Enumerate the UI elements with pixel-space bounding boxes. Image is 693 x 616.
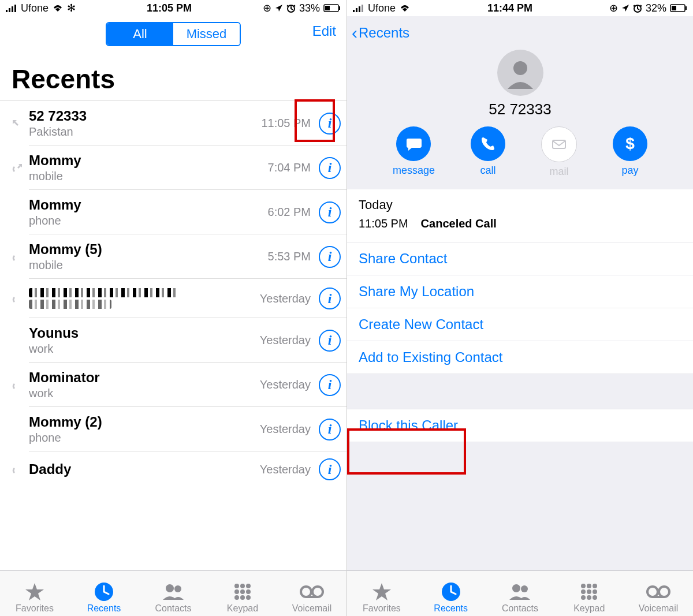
segment-missed[interactable]: Missed [173,23,240,45]
action-pay[interactable]: $ pay [613,126,647,178]
contacts-icon [162,581,185,602]
nav-bar: ‹ Recents [347,16,693,44]
action-label: call [480,165,496,177]
svg-point-42 [581,595,586,600]
tab-favorites[interactable]: Favorites [6,581,64,614]
contact-name: 52 72333 [347,100,693,118]
tab-voicemail[interactable]: Voicemail [283,581,341,614]
svg-rect-3 [14,5,16,12]
create-new-contact-button[interactable]: Create New Contact [347,308,693,341]
voicemail-icon [646,581,671,602]
row-subtitle: work [29,342,260,356]
recents-list[interactable]: 52 72333 Pakistan 11:05 PM i Mommy mobil… [0,100,346,570]
row-time: 6:02 PM [268,206,311,219]
svg-point-34 [512,584,520,592]
tab-voicemail[interactable]: Voicemail [629,581,687,614]
row-name: Mommy [29,152,268,169]
row-name: Mommy (2) [29,414,260,430]
tab-label: Voicemail [292,603,331,614]
svg-point-37 [587,584,591,588]
info-button[interactable]: i [319,157,341,179]
status-battery-percent: 33% [299,2,320,14]
tab-recents[interactable]: Recents [75,581,133,614]
alarm-icon [286,3,296,13]
action-call[interactable]: call [471,126,505,178]
block-caller-button[interactable]: Block this Caller [347,409,693,442]
outgoing-call-icon [10,293,23,306]
edit-button[interactable]: Edit [312,23,336,39]
phone-icon [479,135,497,152]
share-location-button[interactable]: Share My Location [347,275,693,308]
svg-rect-32 [553,140,565,148]
svg-rect-23 [353,10,355,12]
svg-point-13 [246,584,251,588]
info-button[interactable]: i [319,374,341,396]
status-carrier: Ufone [368,2,396,14]
info-button[interactable]: i [319,246,341,268]
orientation-lock-icon: ⊕ [609,2,618,14]
action-message[interactable]: message [393,126,435,178]
svg-point-31 [513,61,527,75]
recents-row[interactable]: Younus work Yesterday i [0,318,346,363]
info-button[interactable]: i [319,330,341,352]
row-subtitle: work [29,387,260,400]
info-button[interactable]: i [319,201,341,223]
tab-label: Favorites [363,603,401,614]
tab-favorites[interactable]: Favorites [353,581,411,614]
page-title: Recents [0,52,346,100]
avatar [497,50,543,96]
recents-row[interactable]: Mominator work Yesterday i [0,363,346,407]
tab-contacts[interactable]: Contacts [491,581,549,614]
cellular-bars-icon [353,4,364,12]
tab-keypad[interactable]: Keypad [560,581,618,614]
share-contact-button[interactable]: Share Contact [347,242,693,275]
svg-point-35 [521,585,528,592]
svg-point-17 [234,595,239,600]
action-label: pay [622,165,639,177]
svg-point-21 [312,587,323,597]
chevron-left-icon: ‹ [352,24,357,42]
row-time: 5:53 PM [268,250,311,263]
row-subtitle: Pakistan [29,125,261,139]
recents-row[interactable]: Yesterday i [0,279,346,318]
back-button[interactable]: ‹ Recents [352,24,409,42]
info-button[interactable]: i [319,113,341,135]
svg-point-19 [246,595,251,600]
recents-row[interactable]: 52 72333 Pakistan 11:05 PM i [0,100,346,145]
svg-point-46 [659,587,669,597]
mail-icon [550,136,568,153]
recents-row[interactable]: Mommy mobile 7:04 PM i [0,145,346,190]
row-name-redacted [29,286,179,311]
location-arrow-icon [621,4,629,12]
tab-keypad[interactable]: Keypad [214,581,271,614]
svg-rect-0 [6,10,8,12]
clock-icon [441,581,461,602]
keypad-icon [579,581,599,602]
svg-point-40 [587,589,591,594]
tab-label: Contacts [155,603,191,614]
star-icon [371,581,392,602]
recents-row[interactable]: Mommy (5) mobile 5:53 PM i [0,234,346,279]
svg-rect-25 [359,6,360,12]
row-subtitle: mobile [29,170,268,183]
recents-row[interactable]: Mommy phone 6:02 PM i [0,190,346,234]
action-mail: mail [541,126,577,178]
alarm-icon [633,3,642,13]
outgoing-call-icon [10,118,24,132]
recents-row[interactable]: Daddy Yesterday i [0,451,346,480]
svg-point-44 [593,595,597,600]
svg-point-20 [301,587,311,597]
info-button[interactable]: i [319,458,341,480]
tab-contacts[interactable]: Contacts [144,581,202,614]
add-existing-contact-button[interactable]: Add to Existing Contact [347,341,693,374]
dollar-icon: $ [625,135,635,153]
svg-point-12 [240,584,245,588]
segmented-control[interactable]: All Missed [106,22,241,46]
segment-all[interactable]: All [107,23,173,45]
info-button[interactable]: i [319,419,341,440]
svg-rect-26 [362,5,363,12]
tab-recents[interactable]: Recents [422,581,480,614]
loading-spinner-icon: ✻ [67,2,76,14]
info-button[interactable]: i [319,288,341,309]
recents-row[interactable]: Mommy (2) phone Yesterday i [0,407,346,451]
